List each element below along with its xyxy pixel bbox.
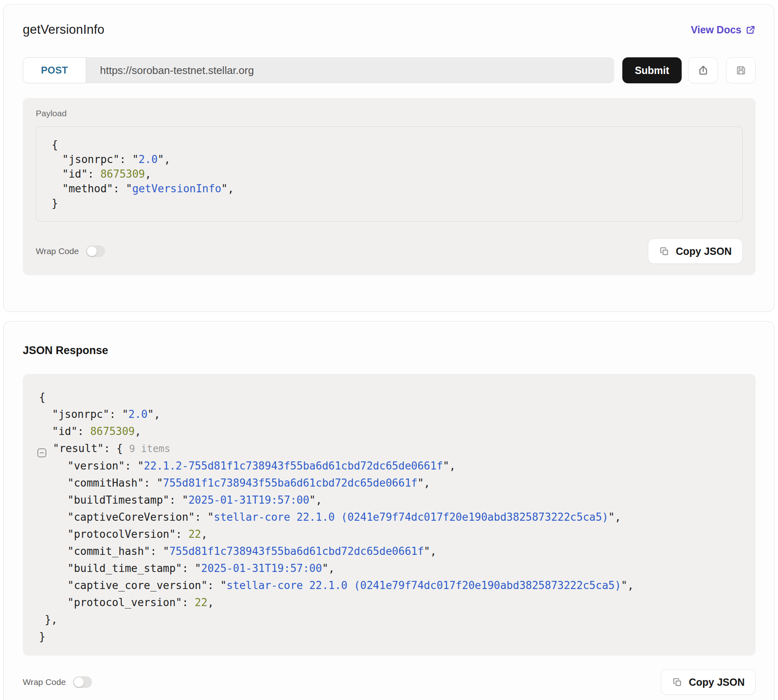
response-card: JSON Response {"jsonrpc": "2.0","id": 86…: [3, 321, 774, 700]
collapse-icon[interactable]: [37, 448, 46, 457]
code-line: "buildTimestamp": "2025-01-31T19:57:00",: [34, 491, 744, 509]
code-text: "build_time_stamp": ": [67, 562, 201, 574]
code-text: "jsonrpc": ": [62, 153, 139, 165]
code-text: ,: [135, 425, 141, 437]
response-code-viewer[interactable]: {"jsonrpc": "2.0","id": 8675309,"result"…: [23, 374, 756, 656]
code-string: 2.0: [139, 153, 158, 165]
code-text: "captiveCoreVersion": ": [67, 511, 214, 523]
code-text: ",: [158, 153, 170, 165]
code-text: ,: [201, 528, 208, 540]
code-text: ",: [322, 562, 335, 574]
code-line: "id": 8675309,: [48, 167, 731, 181]
code-text: "buildTimestamp": ": [67, 494, 188, 506]
code-text: "id":: [52, 425, 90, 437]
code-text: "protocolVersion":: [67, 528, 188, 540]
endpoint-url-input[interactable]: [86, 57, 614, 83]
code-line: "version": "22.1.2-755d81f1c738943f55ba6…: [34, 457, 744, 474]
code-line: }: [34, 628, 744, 645]
code-string: 2.0: [128, 408, 148, 420]
code-line: "protocolVersion": 22,: [34, 526, 744, 543]
payload-panel: Payload {"jsonrpc": "2.0","id": 8675309,…: [23, 98, 756, 275]
wrap-code-label: Wrap Code: [36, 246, 79, 256]
wrap-code-group: Wrap Code: [36, 246, 105, 257]
code-text: ",: [443, 460, 456, 472]
code-text: }: [39, 630, 46, 643]
copy-icon: [659, 246, 670, 257]
code-line: "commitHash": "755d81f1c738943f55ba6d61c…: [34, 474, 744, 491]
code-text: ",: [417, 477, 430, 489]
response-title: JSON Response: [23, 344, 756, 357]
submit-button[interactable]: Submit: [622, 57, 682, 83]
code-string: stellar-core 22.1.0 (0241e79f74dc017f20e…: [226, 579, 621, 591]
code-line: }: [48, 196, 731, 211]
code-text: ,: [207, 596, 214, 609]
save-button[interactable]: [726, 57, 756, 83]
response-footer: Wrap Code Copy JSON: [23, 670, 756, 695]
wrap-code-toggle[interactable]: [86, 246, 105, 257]
code-text: ",: [424, 545, 437, 557]
share-button[interactable]: [688, 57, 718, 83]
code-string: getVersionInfo: [132, 183, 221, 195]
request-card-header: getVersionInfo View Docs: [23, 22, 756, 37]
code-string: 22.1.2-755d81f1c738943f55ba6d61cbd72dc65…: [144, 460, 443, 472]
code-line: "id": 8675309,: [34, 423, 744, 440]
code-line: "jsonrpc": "2.0",: [48, 152, 731, 167]
code-text: ",: [309, 494, 322, 506]
payload-footer: Wrap Code Copy JSON: [36, 239, 743, 264]
code-line: "protocol_version": 22,: [34, 594, 744, 611]
copy-json-label: Copy JSON: [689, 676, 745, 688]
code-line: {: [34, 389, 744, 406]
copy-json-button[interactable]: Copy JSON: [648, 239, 743, 264]
page-title: getVersionInfo: [23, 22, 104, 37]
code-line: "captiveCoreVersion": "stellar-core 22.1…: [34, 509, 744, 526]
code-string: stellar-core 22.1.0 (0241e79f74dc017f20e…: [214, 511, 608, 523]
copy-icon: [672, 677, 683, 688]
payload-label: Payload: [36, 109, 743, 118]
code-number: 8675309: [100, 168, 145, 180]
code-text: }: [52, 197, 58, 209]
code-text: ",: [621, 579, 634, 591]
code-string: 755d81f1c738943f55ba6d61cbd72dc65de0661f: [163, 477, 417, 489]
method-selector[interactable]: POST: [23, 57, 86, 83]
request-card: getVersionInfo View Docs POST Submit: [3, 4, 774, 312]
code-text: "result": {: [53, 442, 129, 454]
code-text: {: [52, 139, 58, 151]
code-text: "commitHash": ": [67, 477, 163, 489]
code-line: "result": { 9 items: [34, 440, 744, 457]
code-line: "commit_hash": "755d81f1c738943f55ba6d61…: [34, 543, 744, 560]
save-icon: [735, 64, 747, 76]
code-line: {: [48, 137, 731, 152]
toggle-knob-icon: [87, 246, 97, 256]
code-text: "commit_hash": ": [67, 545, 169, 557]
copy-json-button[interactable]: Copy JSON: [661, 670, 756, 695]
code-text: "jsonrpc": ": [52, 408, 128, 420]
wrap-code-label: Wrap Code: [23, 677, 66, 687]
code-text: },: [45, 613, 57, 626]
rpc-tester-page: { "request": { "title": "getVersionInfo"…: [0, 0, 778, 700]
code-line: "jsonrpc": "2.0",: [34, 406, 744, 423]
code-number: 22: [195, 596, 207, 609]
code-number: 8675309: [90, 425, 135, 437]
code-line: "captive_core_version": "stellar-core 22…: [34, 577, 744, 594]
code-text: "captive_core_version": ": [67, 579, 226, 591]
code-line: "method": "getVersionInfo",: [48, 181, 731, 196]
method-label: POST: [41, 65, 68, 76]
code-text: "id":: [62, 168, 100, 180]
copy-json-label: Copy JSON: [676, 246, 732, 257]
items-count-badge: 9 items: [129, 443, 170, 454]
wrap-code-group: Wrap Code: [23, 676, 92, 688]
code-text: {: [39, 391, 46, 403]
view-docs-link[interactable]: View Docs: [691, 24, 756, 36]
code-text: "protocol_version":: [67, 596, 195, 609]
code-string: 755d81f1c738943f55ba6d61cbd72dc65de0661f: [169, 545, 424, 557]
request-row: POST Submit: [23, 57, 756, 83]
code-line: },: [34, 611, 744, 628]
wrap-code-toggle[interactable]: [73, 676, 92, 688]
share-icon: [697, 64, 709, 76]
code-number: 22: [188, 528, 201, 540]
code-text: ",: [608, 511, 621, 523]
view-docs-label: View Docs: [691, 24, 741, 36]
toggle-knob-icon: [74, 677, 84, 687]
payload-code-editor[interactable]: {"jsonrpc": "2.0","id": 8675309,"method"…: [36, 126, 743, 222]
external-link-icon: [745, 25, 756, 35]
